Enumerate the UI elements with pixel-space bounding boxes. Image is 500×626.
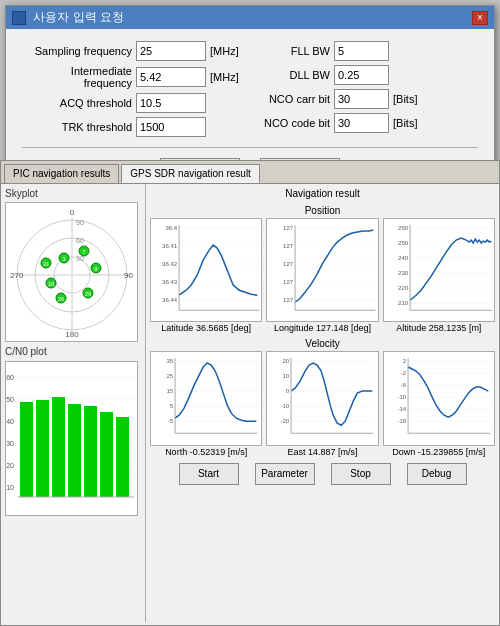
nco-carr-bit-input[interactable]: [334, 89, 389, 109]
svg-text:180: 180: [65, 330, 79, 339]
latitude-chart: 36.4 36.41 36.42 36.43 36.44: [150, 218, 262, 322]
svg-rect-46: [84, 406, 97, 497]
svg-text:10: 10: [283, 373, 290, 379]
altitude-label: Altitude: [396, 323, 426, 333]
dialog-titlebar: 사용자 입력 요청 ×: [6, 6, 494, 29]
north-column: 35 25 15 5 -5: [150, 351, 262, 456]
stop-button[interactable]: Stop: [331, 463, 391, 485]
svg-text:127: 127: [283, 243, 294, 249]
svg-text:20: 20: [6, 462, 14, 469]
nco-code-bit-input[interactable]: [334, 113, 389, 133]
altitude-column: 260 250 240 230 220 210: [383, 218, 495, 333]
svg-text:90: 90: [76, 219, 84, 226]
east-column: 20 10 0 -10 -20: [266, 351, 378, 456]
svg-text:127: 127: [283, 279, 294, 285]
svg-text:127: 127: [283, 225, 294, 231]
parameter-button[interactable]: Parameter: [255, 463, 315, 485]
svg-text:127: 127: [283, 297, 294, 303]
form-left: Sampling frequency [MHz] Intermediate fr…: [22, 41, 240, 137]
dialog-close[interactable]: ×: [472, 11, 488, 25]
debug-button[interactable]: Debug: [407, 463, 467, 485]
acq-threshold-input[interactable]: [136, 93, 206, 113]
east-svg: 20 10 0 -10 -20: [267, 352, 377, 444]
left-panel: Skyplot 0 180: [1, 184, 146, 622]
fll-bw-input[interactable]: [334, 41, 389, 61]
longitude-chart: 127 127 127 127 127: [266, 218, 378, 322]
svg-text:-18: -18: [397, 419, 406, 425]
tab-gps-sdr-navigation[interactable]: GPS SDR navigation result: [121, 164, 260, 183]
north-unit: [m/s]: [228, 447, 248, 457]
svg-rect-43: [36, 400, 49, 497]
nco-carr-bit-unit: [Bits]: [393, 93, 423, 105]
svg-text:-10: -10: [281, 403, 290, 409]
intermediate-frequency-unit: [MHz]: [210, 71, 240, 83]
latitude-label-row: Latitude 36.5685 [deg]: [150, 323, 262, 333]
dialog-title: 사용자 입력 요청: [33, 10, 124, 24]
longitude-column: 127 127 127 127 127: [266, 218, 378, 333]
skyplot-area: 0 180 270 90 30 60 90 3 7 9 16: [5, 202, 138, 342]
svg-text:10: 10: [6, 484, 14, 491]
latitude-label: Latitude: [161, 323, 193, 333]
cnr-area: 60 50 40 30 20 10: [5, 361, 138, 516]
svg-text:31: 31: [43, 261, 50, 267]
svg-text:60: 60: [76, 237, 84, 244]
fll-bw-row: FLL BW: [260, 41, 478, 61]
svg-text:36.4: 36.4: [165, 225, 177, 231]
altitude-label-row: Altitude 258.1235 [m]: [383, 323, 495, 333]
north-chart: 35 25 15 5 -5: [150, 351, 262, 445]
svg-text:16: 16: [48, 281, 55, 287]
down-label: Down: [392, 447, 415, 457]
svg-rect-44: [52, 397, 65, 497]
sampling-frequency-label: Sampling frequency: [22, 45, 132, 57]
cnr-svg: 60 50 40 30 20 10: [6, 362, 138, 516]
position-chart-row: 36.4 36.41 36.42 36.43 36.44: [150, 218, 495, 333]
svg-rect-104: [267, 353, 377, 443]
north-value: -0.52319: [190, 447, 226, 457]
svg-text:-2: -2: [400, 370, 406, 376]
longitude-label: Longitude: [274, 323, 314, 333]
down-column: 2 -2 -6 -10 -14 -18: [383, 351, 495, 456]
down-chart: 2 -2 -6 -10 -14 -18: [383, 351, 495, 445]
svg-text:30: 30: [6, 440, 14, 447]
nco-code-bit-unit: [Bits]: [393, 117, 423, 129]
east-value: 14.887: [308, 447, 336, 457]
svg-text:15: 15: [166, 388, 173, 394]
svg-text:-6: -6: [400, 382, 406, 388]
main-content: Skyplot 0 180: [1, 184, 499, 622]
altitude-unit: [m]: [469, 323, 482, 333]
east-label: East: [287, 447, 305, 457]
sampling-frequency-input[interactable]: [136, 41, 206, 61]
dll-bw-row: DLL BW: [260, 65, 478, 85]
latitude-column: 36.4 36.41 36.42 36.43 36.44: [150, 218, 262, 333]
sampling-frequency-unit: [MHz]: [210, 45, 240, 57]
dialog-icon: [12, 11, 26, 25]
latitude-unit: [deg]: [231, 323, 251, 333]
tab-pic-navigation[interactable]: PIC navigation results: [4, 164, 119, 183]
east-unit: [m/s]: [338, 447, 358, 457]
svg-text:220: 220: [398, 285, 409, 291]
start-button[interactable]: Start: [179, 463, 239, 485]
intermediate-frequency-input[interactable]: [136, 67, 206, 87]
east-label-row: East 14.887 [m/s]: [266, 447, 378, 457]
acq-threshold-row: ACQ threshold: [22, 93, 240, 113]
dll-bw-input[interactable]: [334, 65, 389, 85]
svg-text:230: 230: [398, 270, 409, 276]
svg-text:260: 260: [398, 225, 409, 231]
longitude-svg: 127 127 127 127 127: [267, 219, 377, 321]
svg-text:-5: -5: [168, 419, 174, 425]
main-window: PIC navigation results GPS SDR navigatio…: [0, 160, 500, 626]
sampling-frequency-row: Sampling frequency [MHz]: [22, 41, 240, 61]
position-title: Position: [150, 205, 495, 216]
fll-bw-label: FLL BW: [260, 45, 330, 57]
longitude-value: 127.148: [316, 323, 349, 333]
nco-carr-bit-row: NCO carr bit [Bits]: [260, 89, 478, 109]
svg-text:20: 20: [283, 358, 290, 364]
svg-text:0: 0: [70, 208, 75, 217]
svg-rect-47: [100, 412, 113, 497]
divider: [22, 147, 478, 148]
down-label-row: Down -15.239855 [m/s]: [383, 447, 495, 457]
svg-text:36.43: 36.43: [162, 279, 178, 285]
svg-text:50: 50: [6, 396, 14, 403]
trk-threshold-input[interactable]: [136, 117, 206, 137]
svg-rect-42: [20, 402, 33, 497]
